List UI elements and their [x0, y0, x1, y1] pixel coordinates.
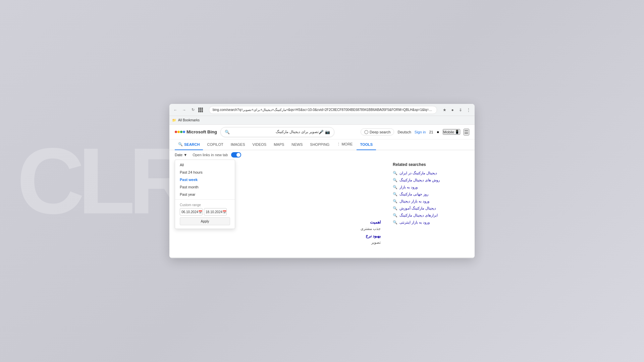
- search-box[interactable]: 🔍 تصویر برای دیجیتال مارکتینگ 🎤 📷: [220, 127, 334, 137]
- dropdown-pastmonth[interactable]: Past month: [175, 183, 235, 191]
- search-query-text: تصویر برای دیجیتال مارکتینگ: [232, 130, 319, 134]
- related-item-5[interactable]: دیجیتال مارکتینگ آموزش 🔍: [393, 205, 469, 212]
- search-tab-label: SEARCH: [184, 142, 200, 146]
- toggle-knob: [236, 153, 240, 157]
- deep-search-label: Deep search: [370, 130, 390, 134]
- related-item-1-text: روش های دیجیتال مارکتینگ: [399, 178, 440, 182]
- maps-tab-label: MAPS: [274, 142, 284, 146]
- related-item-6[interactable]: ابزارهای دیجیتال مارکتینگ 🔍: [393, 212, 469, 219]
- star-button[interactable]: ★: [441, 107, 448, 113]
- browser-window: ← → ↻ bing.com/search?q=مارکتینگ+دیجیتال…: [169, 104, 475, 258]
- bing-header: Microsoft Bing 🔍 تصویر برای دیجیتال مارک…: [169, 125, 475, 139]
- tab-search[interactable]: 🔍 SEARCH: [175, 139, 203, 150]
- date-from-value: 06.10.2024: [181, 210, 198, 214]
- related-item-2[interactable]: ورود به بازار 🔍: [393, 184, 469, 191]
- news-tab-label: NEWS: [291, 142, 303, 146]
- mobile-icon: 📱: [455, 130, 460, 134]
- tab-videos[interactable]: VIDEOS: [249, 139, 270, 150]
- related-search-icon-7: 🔍: [393, 220, 397, 225]
- dropdown-past24[interactable]: Past 24 hours: [175, 169, 235, 176]
- sign-in-button[interactable]: Sign in: [415, 130, 426, 134]
- forward-button[interactable]: →: [181, 107, 187, 113]
- extensions-button[interactable]: ●: [449, 107, 456, 113]
- custom-range-section: Custom range 06.10.2024 📅 18.10.2024 📅: [175, 201, 235, 227]
- bing-logo: Microsoft Bing: [175, 129, 217, 134]
- mobile-button[interactable]: Mobile 📱: [443, 129, 460, 135]
- tab-tools[interactable]: TOOLS: [357, 139, 376, 150]
- menu-button[interactable]: ☰: [464, 129, 469, 135]
- dropdown-pastyear[interactable]: Past year: [175, 191, 235, 198]
- date-from-input[interactable]: 06.10.2024 📅: [180, 208, 203, 216]
- date-dropdown: All Past 24 hours Past week Past month P…: [175, 160, 235, 229]
- related-item-3[interactable]: روز جهانی مارکتینگ 🔍: [393, 191, 469, 198]
- apply-button[interactable]: Apply: [180, 217, 230, 225]
- tools-tab-label: TOOLS: [360, 142, 373, 146]
- date-to-input[interactable]: 18.10.2024 📅: [204, 208, 227, 216]
- related-search-icon-4: 🔍: [393, 199, 397, 203]
- logo-dot-green: [180, 131, 182, 133]
- bookmarks-bar: 📁 All Bookmarks: [169, 116, 475, 125]
- related-item-0[interactable]: دیجیتال مارکتینگ در ایران 🔍: [393, 170, 469, 177]
- tab-copilot[interactable]: COPILOT: [204, 139, 226, 150]
- left-content: All Past 24 hours Past week Past month P…: [169, 160, 387, 247]
- related-item-3-text: روز جهانی مارکتینگ: [399, 192, 428, 196]
- deep-search-button[interactable]: ◯ Deep search: [361, 128, 394, 135]
- deutsch-button[interactable]: Deutsch: [397, 130, 411, 134]
- related-item-1[interactable]: روش های دیجیتال مارکتینگ 🔍: [393, 177, 469, 184]
- header-right: ◯ Deep search Deutsch Sign in 21 ● Mobil…: [361, 128, 469, 135]
- search-tab-icon: 🔍: [178, 142, 183, 146]
- result-group-2: بهبود نرخ تصویر: [176, 234, 381, 245]
- calendar-from-icon: 📅: [198, 210, 202, 214]
- chrome-bar: ← → ↻ bing.com/search?q=مارکتینگ+دیجیتال…: [169, 104, 475, 116]
- mic-icon[interactable]: 🎤: [319, 130, 324, 134]
- related-item-0-text: دیجیتال مارکتینگ در ایران: [399, 171, 437, 175]
- tab-images[interactable]: IMAGES: [227, 139, 249, 150]
- reload-button[interactable]: ↻: [190, 107, 196, 113]
- calendar-to-icon: 📅: [222, 210, 226, 214]
- related-item-6-text: ابزارهای دیجیتال مارکتینگ: [399, 213, 438, 218]
- related-search-icon-2: 🔍: [393, 185, 397, 189]
- tab-news[interactable]: NEWS: [288, 139, 306, 150]
- camera-icon[interactable]: 📷: [325, 130, 330, 134]
- related-search-icon-1: 🔍: [393, 178, 397, 182]
- tab-shopping[interactable]: SHOPPING: [307, 139, 333, 150]
- date-chevron-icon: ▼: [183, 153, 187, 157]
- related-item-7[interactable]: ورود به بازار اینترنتی 🔍: [393, 219, 469, 226]
- status-bar: https://www.bing.com/search?q=مارکتینگ+د…: [169, 257, 475, 258]
- reward-icon[interactable]: ●: [437, 129, 439, 134]
- tab-maps[interactable]: MAPS: [270, 139, 287, 150]
- more-options-button[interactable]: ⋮: [465, 107, 472, 113]
- dropdown-divider: [175, 199, 235, 200]
- outer-wrapper: CLR ← → ↻ bing.com/search?q=مارکتینگ+دیج…: [0, 0, 644, 362]
- bing-page: Microsoft Bing 🔍 تصویر برای دیجیتال مارک…: [169, 125, 475, 257]
- related-search-icon-3: 🔍: [393, 192, 397, 196]
- dropdown-all[interactable]: All: [175, 161, 235, 169]
- search-icons: 🔍: [225, 130, 230, 134]
- right-panel: Related searches دیجیتال مارکتینگ در ایر…: [387, 160, 475, 247]
- open-links-toggle[interactable]: [231, 152, 241, 158]
- address-bar[interactable]: bing.com/search?q=مارکتینگ+دیجیتال+برای+…: [209, 106, 437, 114]
- date-inputs: 06.10.2024 📅 18.10.2024 📅: [180, 208, 230, 216]
- related-item-4[interactable]: ورود به بازار دیجیتال 🔍: [393, 198, 469, 205]
- bing-logo-colored: [175, 131, 185, 133]
- download-button[interactable]: ⇓: [457, 107, 464, 113]
- related-search-icon-5: 🔍: [393, 206, 397, 210]
- dropdown-pastweek[interactable]: Past week: [175, 176, 235, 183]
- result-title-2: بهبود نرخ: [176, 234, 381, 238]
- bg-watermark: CLR: [17, 127, 190, 235]
- date-dropdown-button[interactable]: Date ▼: [175, 153, 187, 157]
- logo-dot-red: [175, 131, 177, 133]
- tab-more[interactable]: ⋮ MORE: [333, 139, 356, 150]
- back-button[interactable]: ←: [172, 107, 179, 113]
- bing-logo-text: Microsoft Bing: [186, 129, 217, 134]
- grid-icon: [198, 108, 206, 112]
- related-item-2-text: ورود به بازار: [399, 185, 418, 189]
- images-tab-label: IMAGES: [231, 142, 245, 146]
- reward-count: 21: [429, 130, 433, 134]
- chrome-icons: ★ ● ⇓ ⋮: [441, 107, 472, 113]
- search-icon: 🔍: [225, 130, 230, 134]
- toolbar-row: Date ▼ Open links in new tab: [169, 150, 475, 160]
- related-item-7-text: ورود به بازار اینترنتی: [399, 220, 430, 225]
- apps-button[interactable]: [198, 106, 206, 114]
- date-label: Date: [175, 153, 182, 157]
